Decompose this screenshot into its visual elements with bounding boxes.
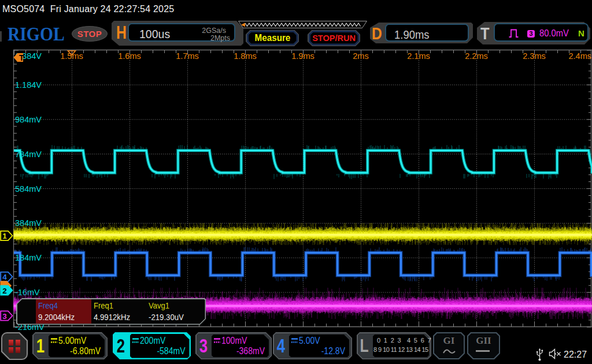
svg-text:3: 3 <box>2 312 7 321</box>
svg-text:984mV: 984mV <box>15 115 42 124</box>
svg-text:184mV: 184mV <box>15 253 42 262</box>
svg-text:-16mV: -16mV <box>15 288 40 297</box>
svg-text:2.4ms: 2.4ms <box>569 51 592 61</box>
svg-text:T: T <box>19 53 24 62</box>
svg-text:1.8ms: 1.8ms <box>234 51 257 61</box>
svg-text:1.6ms: 1.6ms <box>118 51 141 61</box>
svg-text:4: 4 <box>2 273 7 281</box>
svg-text:2ms: 2ms <box>353 51 368 61</box>
svg-text:1: 1 <box>2 232 7 240</box>
svg-text:584mV: 584mV <box>15 184 42 194</box>
svg-text:784mV: 784mV <box>15 150 42 159</box>
svg-text:2.2ms: 2.2ms <box>465 51 488 61</box>
svg-text:2.1ms: 2.1ms <box>407 51 430 61</box>
svg-text:1.7ms: 1.7ms <box>176 51 199 61</box>
svg-text:1.9ms: 1.9ms <box>291 51 314 61</box>
svg-text:2.3ms: 2.3ms <box>523 51 546 61</box>
svg-text:2: 2 <box>2 287 7 295</box>
svg-text:1.184V: 1.184V <box>15 80 42 90</box>
